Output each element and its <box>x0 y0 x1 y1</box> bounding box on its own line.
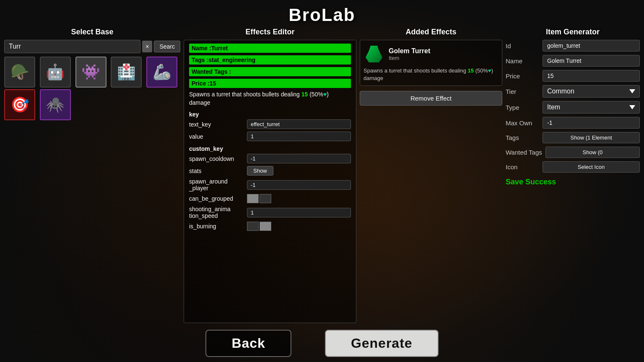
gen-type-dropdown[interactable]: Item <box>543 101 640 114</box>
added-effect-info: Golem Turret Item <box>389 47 430 61</box>
effect-tags-bar[interactable]: Tags : stat_engineering <box>189 55 351 65</box>
added-effect-name: Golem Turret <box>389 47 430 55</box>
effect-cangrouped-row: can_be_grouped <box>189 194 351 203</box>
isburning-toggle-right[interactable] <box>260 222 271 231</box>
gen-tags-show-button[interactable]: Show (1 Element <box>543 132 640 143</box>
search-button[interactable]: Searc <box>154 41 180 52</box>
gen-icon-label: Icon <box>506 163 539 171</box>
effect-wanted-tags-bar[interactable]: Wanted Tags : <box>189 67 351 76</box>
gen-wantedtags-show-button[interactable]: Show (0 <box>545 147 640 158</box>
effect-animspeed-value[interactable]: 1 <box>247 208 351 217</box>
added-effect-desc-heart: ♥ <box>488 67 491 74</box>
char-icon-0: 🪖 <box>10 65 29 80</box>
effect-isburning-toggle[interactable] <box>247 222 271 231</box>
save-status: Save Success <box>506 178 640 186</box>
effect-name-label: Name : <box>192 45 211 52</box>
base-item-2[interactable]: 👾 <box>75 57 106 88</box>
added-effect-item-0: Golem Turret Item Spawns a turret that s… <box>360 40 502 86</box>
gen-price-input[interactable] <box>543 70 640 82</box>
char-icon-5: 🎯 <box>10 97 29 112</box>
gen-id-input[interactable] <box>543 40 640 52</box>
effect-spawncooldown-value[interactable]: -1 <box>247 154 351 163</box>
effect-spawncooldown-row: spawn_cooldown -1 <box>189 154 351 163</box>
effect-tags-field: Tags : stat_engineering <box>189 55 351 65</box>
effect-wanted-tags-field: Wanted Tags : <box>189 67 351 76</box>
effect-customkey-section: custom_key <box>189 145 351 152</box>
char-icon-6: 🕷️ <box>46 97 65 112</box>
effect-textkey-value[interactable]: effect_turret <box>247 119 351 129</box>
base-grid: 🪖 🤖 👾 🏥 🦾 🎯 🕷️ <box>4 57 180 120</box>
added-effect-desc-text: Spawns a turret that shoots bullets deal… <box>364 67 466 74</box>
effect-price-bar[interactable]: Price : 15 <box>189 79 351 88</box>
base-item-6[interactable]: 🕷️ <box>40 89 71 120</box>
gen-tier-dropdown[interactable]: Common <box>543 85 640 98</box>
gen-id-row: Id <box>506 40 640 52</box>
app-title: BroLab <box>0 5 644 25</box>
effect-description: Spawns a turret that shoots bullets deal… <box>189 90 351 107</box>
gen-name-label: Name <box>506 57 539 65</box>
effect-name-bar[interactable]: Name : Turret <box>189 44 351 53</box>
gen-maxown-input[interactable] <box>543 117 640 129</box>
effect-value-value[interactable]: 1 <box>247 132 351 141</box>
effect-animspeed-row: shooting_animation_speed 1 <box>189 206 351 219</box>
gen-icon-select-button[interactable]: Select Icon <box>543 161 640 173</box>
search-clear-button[interactable]: × <box>142 41 152 52</box>
gen-id-label: Id <box>506 42 539 49</box>
gen-type-arrow <box>629 105 635 109</box>
added-effects-panel: Added Effects Golem Turret Item Spawns a… <box>360 28 502 323</box>
effect-animspeed-label: shooting_animation_speed <box>189 206 244 219</box>
added-effect-header: Golem Turret Item <box>364 44 499 65</box>
effect-value-row: value 1 <box>189 132 351 141</box>
effect-tags-value: stat_engineering <box>208 57 255 63</box>
potion-icon <box>366 46 382 62</box>
gen-wantedtags-label: Wanted Tags <box>506 149 542 156</box>
added-effects-title: Added Effects <box>360 28 502 36</box>
gen-tier-row: Tier Common <box>506 85 640 98</box>
gen-price-row: Price <box>506 70 640 82</box>
search-row: × Searc <box>4 40 180 53</box>
effect-desc-highlight: 15 <box>301 91 308 98</box>
gen-tier-value: Common <box>547 88 574 95</box>
effect-stats-row: stats Show <box>189 166 351 176</box>
gen-tags-row: Tags Show (1 Element <box>506 132 640 143</box>
base-item-1[interactable]: 🤖 <box>40 57 71 88</box>
added-effect-desc-suffix: (50% <box>475 67 488 74</box>
search-input[interactable] <box>4 40 140 53</box>
added-effect-type: Item <box>389 55 430 61</box>
effect-cangrouped-toggle[interactable] <box>247 194 271 203</box>
gen-name-input[interactable] <box>543 55 640 67</box>
item-generator-title: Item Generator <box>506 28 640 36</box>
effect-price-value: 15 <box>210 80 216 87</box>
base-item-0[interactable]: 🪖 <box>4 57 35 88</box>
effect-price-field: Price : 15 <box>189 79 351 88</box>
back-button[interactable]: Back <box>205 330 291 357</box>
base-item-5[interactable]: 🎯 <box>4 89 35 120</box>
effect-textkey-row: text_key effect_turret <box>189 119 351 129</box>
bottom-bar: Back Generate <box>0 323 644 362</box>
generate-button[interactable]: Generate <box>325 330 439 357</box>
item-generator-panel: Item Generator Id Name Price Tier Common <box>506 28 640 323</box>
effect-wanted-tags-label: Wanted Tags : <box>192 68 231 75</box>
toggle-btn-left[interactable] <box>247 194 259 203</box>
base-item-3[interactable]: 🏥 <box>111 57 142 88</box>
effects-editor-title: Effects Editor <box>184 28 356 36</box>
effect-textkey-label: text_key <box>189 121 244 128</box>
added-effect-desc-highlight: 15 <box>468 67 474 74</box>
effect-stats-label: stats <box>189 168 244 174</box>
effect-name-field: Name : Turret <box>189 44 351 53</box>
isburning-toggle-left[interactable] <box>247 222 259 231</box>
effects-editor-content: Name : Turret Tags : stat_engineering Wa… <box>184 40 356 323</box>
added-effect-icon <box>364 44 384 65</box>
added-effect-desc: Spawns a turret that shoots bullets deal… <box>364 67 499 82</box>
select-base-title: Select Base <box>4 28 180 36</box>
effect-spawnaround-row: spawn_around_player -1 <box>189 178 351 191</box>
base-item-4[interactable]: 🦾 <box>146 57 177 88</box>
effect-stats-show-button[interactable]: Show <box>247 166 273 176</box>
gen-tags-label: Tags <box>506 134 539 141</box>
char-icon-4: 🦾 <box>153 65 171 80</box>
effect-spawnaround-value[interactable]: -1 <box>247 180 351 190</box>
remove-effect-button[interactable]: Remove Effect <box>360 91 502 106</box>
effect-tags-label: Tags : <box>192 57 208 63</box>
gen-type-value: Item <box>547 103 560 111</box>
toggle-btn-right[interactable] <box>260 194 271 203</box>
